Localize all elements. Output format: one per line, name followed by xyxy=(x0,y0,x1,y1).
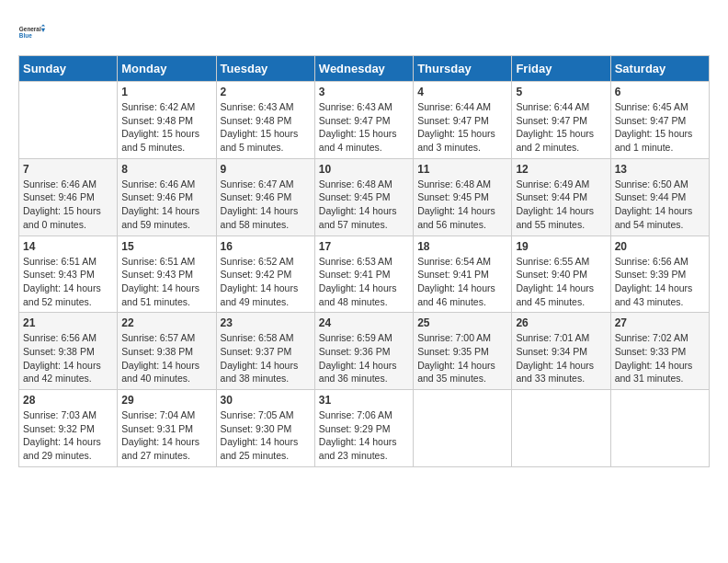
day-number: 5 xyxy=(516,86,606,98)
day-number: 4 xyxy=(417,86,507,98)
day-cell: 2Sunrise: 6:43 AM Sunset: 9:48 PM Daylig… xyxy=(216,82,314,159)
day-cell: 15Sunrise: 6:51 AM Sunset: 9:43 PM Dayli… xyxy=(118,236,216,313)
page-header: GeneralBlue xyxy=(18,18,710,46)
day-info: Sunrise: 6:49 AM Sunset: 9:44 PM Dayligh… xyxy=(516,178,606,232)
calendar-table: SundayMondayTuesdayWednesdayThursdayFrid… xyxy=(18,55,710,467)
day-info: Sunrise: 6:44 AM Sunset: 9:47 PM Dayligh… xyxy=(516,100,606,155)
day-cell: 9Sunrise: 6:47 AM Sunset: 9:46 PM Daylig… xyxy=(216,158,314,236)
svg-marker-3 xyxy=(41,29,45,32)
weekday-header-sunday: Sunday xyxy=(19,56,118,82)
day-cell: 27Sunrise: 7:02 AM Sunset: 9:33 PM Dayli… xyxy=(610,313,709,390)
day-info: Sunrise: 6:58 AM Sunset: 9:37 PM Dayligh… xyxy=(221,331,311,385)
day-number: 24 xyxy=(319,316,409,329)
day-info: Sunrise: 6:44 AM Sunset: 9:47 PM Dayligh… xyxy=(417,100,507,155)
day-cell: 30Sunrise: 7:05 AM Sunset: 9:30 PM Dayli… xyxy=(216,390,314,467)
weekday-header-saturday: Saturday xyxy=(610,56,709,82)
day-number: 11 xyxy=(417,163,507,176)
day-cell: 18Sunrise: 6:54 AM Sunset: 9:41 PM Dayli… xyxy=(414,236,512,313)
day-cell: 11Sunrise: 6:48 AM Sunset: 9:45 PM Dayli… xyxy=(414,158,512,236)
day-cell: 3Sunrise: 6:43 AM Sunset: 9:47 PM Daylig… xyxy=(314,82,413,159)
day-cell: 1Sunrise: 6:42 AM Sunset: 9:48 PM Daylig… xyxy=(118,82,216,159)
day-cell: 16Sunrise: 6:52 AM Sunset: 9:42 PM Dayli… xyxy=(216,236,314,313)
day-number: 16 xyxy=(221,240,311,253)
day-cell xyxy=(414,390,512,467)
day-number: 29 xyxy=(121,394,211,407)
day-number: 27 xyxy=(615,316,705,329)
day-cell: 10Sunrise: 6:48 AM Sunset: 9:45 PM Dayli… xyxy=(314,158,413,236)
day-info: Sunrise: 6:50 AM Sunset: 9:44 PM Dayligh… xyxy=(615,178,705,232)
day-info: Sunrise: 6:43 AM Sunset: 9:47 PM Dayligh… xyxy=(319,100,409,155)
day-number: 6 xyxy=(615,86,705,98)
svg-marker-2 xyxy=(41,24,45,26)
day-number: 25 xyxy=(417,316,507,329)
day-info: Sunrise: 7:05 AM Sunset: 9:30 PM Dayligh… xyxy=(221,408,311,463)
svg-text:General: General xyxy=(19,26,41,32)
day-number: 3 xyxy=(319,86,409,98)
day-cell: 20Sunrise: 6:56 AM Sunset: 9:39 PM Dayli… xyxy=(610,236,709,313)
weekday-header-monday: Monday xyxy=(118,56,216,82)
day-cell xyxy=(512,390,610,467)
day-number: 28 xyxy=(23,394,113,407)
day-info: Sunrise: 6:51 AM Sunset: 9:43 PM Dayligh… xyxy=(23,255,113,309)
day-cell: 19Sunrise: 6:55 AM Sunset: 9:40 PM Dayli… xyxy=(512,236,610,313)
day-number: 20 xyxy=(615,240,705,253)
day-number: 30 xyxy=(221,394,311,407)
weekday-header-thursday: Thursday xyxy=(414,56,512,82)
day-number: 12 xyxy=(516,163,606,176)
weekday-header-tuesday: Tuesday xyxy=(216,56,314,82)
week-row-3: 14Sunrise: 6:51 AM Sunset: 9:43 PM Dayli… xyxy=(19,236,710,313)
day-number: 2 xyxy=(221,86,311,98)
day-info: Sunrise: 7:02 AM Sunset: 9:33 PM Dayligh… xyxy=(615,331,705,385)
day-info: Sunrise: 6:45 AM Sunset: 9:47 PM Dayligh… xyxy=(615,100,705,155)
week-row-5: 28Sunrise: 7:03 AM Sunset: 9:32 PM Dayli… xyxy=(19,390,710,467)
day-info: Sunrise: 6:59 AM Sunset: 9:36 PM Dayligh… xyxy=(319,331,409,385)
day-cell: 21Sunrise: 6:56 AM Sunset: 9:38 PM Dayli… xyxy=(19,313,118,390)
svg-text:Blue: Blue xyxy=(19,32,32,39)
day-info: Sunrise: 7:04 AM Sunset: 9:31 PM Dayligh… xyxy=(121,408,211,463)
day-cell: 7Sunrise: 6:46 AM Sunset: 9:46 PM Daylig… xyxy=(19,158,118,236)
day-cell: 12Sunrise: 6:49 AM Sunset: 9:44 PM Dayli… xyxy=(512,158,610,236)
day-info: Sunrise: 6:43 AM Sunset: 9:48 PM Dayligh… xyxy=(221,100,311,155)
day-info: Sunrise: 6:48 AM Sunset: 9:45 PM Dayligh… xyxy=(417,178,507,232)
day-info: Sunrise: 6:46 AM Sunset: 9:46 PM Dayligh… xyxy=(23,178,113,232)
day-number: 13 xyxy=(615,163,705,176)
day-info: Sunrise: 7:06 AM Sunset: 9:29 PM Dayligh… xyxy=(319,408,409,463)
day-number: 1 xyxy=(121,86,211,98)
day-info: Sunrise: 6:57 AM Sunset: 9:38 PM Dayligh… xyxy=(121,331,211,385)
day-number: 31 xyxy=(319,394,409,407)
day-number: 7 xyxy=(23,163,113,176)
day-cell: 17Sunrise: 6:53 AM Sunset: 9:41 PM Dayli… xyxy=(314,236,413,313)
day-cell: 25Sunrise: 7:00 AM Sunset: 9:35 PM Dayli… xyxy=(414,313,512,390)
day-cell: 31Sunrise: 7:06 AM Sunset: 9:29 PM Dayli… xyxy=(314,390,413,467)
day-info: Sunrise: 6:52 AM Sunset: 9:42 PM Dayligh… xyxy=(221,255,311,309)
day-cell: 13Sunrise: 6:50 AM Sunset: 9:44 PM Dayli… xyxy=(610,158,709,236)
day-cell: 5Sunrise: 6:44 AM Sunset: 9:47 PM Daylig… xyxy=(512,82,610,159)
day-info: Sunrise: 6:42 AM Sunset: 9:48 PM Dayligh… xyxy=(121,100,211,155)
day-number: 10 xyxy=(319,163,409,176)
day-info: Sunrise: 7:03 AM Sunset: 9:32 PM Dayligh… xyxy=(23,408,113,463)
day-number: 23 xyxy=(221,316,311,329)
day-cell: 28Sunrise: 7:03 AM Sunset: 9:32 PM Dayli… xyxy=(19,390,118,467)
day-info: Sunrise: 6:51 AM Sunset: 9:43 PM Dayligh… xyxy=(121,255,211,309)
day-number: 17 xyxy=(319,240,409,253)
day-number: 14 xyxy=(23,240,113,253)
day-number: 21 xyxy=(23,316,113,329)
day-info: Sunrise: 6:53 AM Sunset: 9:41 PM Dayligh… xyxy=(319,255,409,309)
day-number: 22 xyxy=(121,316,211,329)
day-info: Sunrise: 6:56 AM Sunset: 9:39 PM Dayligh… xyxy=(615,255,705,309)
weekday-header-row: SundayMondayTuesdayWednesdayThursdayFrid… xyxy=(19,56,710,82)
day-number: 19 xyxy=(516,240,606,253)
day-number: 26 xyxy=(516,316,606,329)
day-cell xyxy=(19,82,118,159)
day-number: 9 xyxy=(221,163,311,176)
day-info: Sunrise: 6:46 AM Sunset: 9:46 PM Dayligh… xyxy=(121,178,211,232)
day-cell xyxy=(610,390,709,467)
day-cell: 23Sunrise: 6:58 AM Sunset: 9:37 PM Dayli… xyxy=(216,313,314,390)
day-info: Sunrise: 7:00 AM Sunset: 9:35 PM Dayligh… xyxy=(417,331,507,385)
weekday-header-wednesday: Wednesday xyxy=(314,56,413,82)
day-info: Sunrise: 6:55 AM Sunset: 9:40 PM Dayligh… xyxy=(516,255,606,309)
day-number: 15 xyxy=(121,240,211,253)
day-cell: 22Sunrise: 6:57 AM Sunset: 9:38 PM Dayli… xyxy=(118,313,216,390)
day-cell: 8Sunrise: 6:46 AM Sunset: 9:46 PM Daylig… xyxy=(118,158,216,236)
day-cell: 29Sunrise: 7:04 AM Sunset: 9:31 PM Dayli… xyxy=(118,390,216,467)
